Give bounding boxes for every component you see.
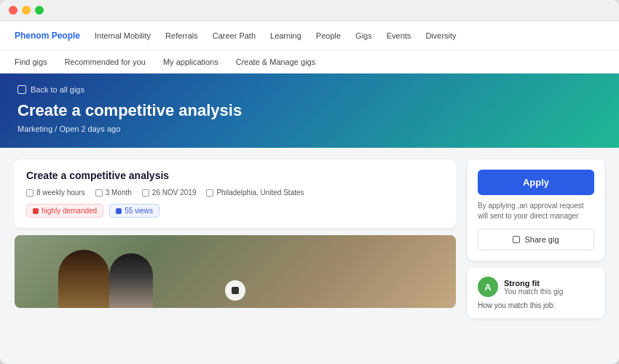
dot-red[interactable] (9, 6, 17, 15)
tag-views: 55 views (109, 204, 159, 218)
sub-nav-create-manage[interactable]: Create & Manage gigs (236, 58, 315, 66)
sub-nav-recommended[interactable]: Recommended for you (65, 58, 146, 66)
dot-green[interactable] (35, 6, 44, 15)
nav-item-career-path[interactable]: Career Path (213, 31, 256, 40)
left-panel: Create a competitive analysis 8 weekly h… (15, 159, 456, 352)
nav-brand[interactable]: Phenom People (15, 31, 80, 41)
stop-icon (232, 287, 239, 294)
fit-info: Strong fit You match this gig (504, 279, 594, 296)
checkbox-hours-icon (26, 189, 33, 197)
sub-nav: Find gigs Recommended for you My applica… (0, 50, 619, 74)
nav-item-events[interactable]: Events (387, 31, 411, 40)
gig-detail-hours: 8 weekly hours (26, 189, 85, 197)
fit-subtitle: You match this gig (504, 288, 594, 296)
sub-nav-find-gigs[interactable]: Find gigs (15, 58, 47, 66)
tag-highly-demanded: highly demanded (26, 204, 103, 218)
checkbox-location-icon (206, 189, 213, 197)
fit-header: A Strong fit You match this gig (478, 277, 594, 297)
checkbox-date-icon (142, 189, 149, 197)
figure-right (109, 253, 153, 308)
hero-meta: Marketing / Open 2 days ago (17, 124, 602, 133)
back-to-gigs-link[interactable]: Back to all gigs (17, 85, 602, 94)
share-gig-button[interactable]: Share gig (478, 229, 594, 250)
top-nav: Phenom People Internal Mobility Referral… (0, 21, 619, 50)
browser-chrome (0, 0, 619, 21)
views-dot-icon (116, 208, 122, 214)
apply-note: By applying ,an approval request will se… (478, 201, 594, 221)
gig-card-title: Create a competitive analysis (26, 170, 444, 181)
checkbox-duration-icon (95, 189, 103, 197)
fit-card: A Strong fit You match this gig How you … (468, 268, 604, 318)
hero-title: Create a competitive analysis (17, 101, 602, 120)
apply-button[interactable]: Apply (478, 170, 594, 195)
demanded-dot-icon (33, 208, 39, 214)
figure-left (58, 250, 109, 308)
gig-detail-date: 26 NOV 2019 (142, 189, 197, 197)
photo-card (15, 235, 456, 308)
gig-details: 8 weekly hours 3 Month 26 NOV 2019 (26, 189, 444, 197)
gig-detail-location: Philadelphia, United States (206, 189, 304, 197)
fit-match-label: How you match this job: (478, 301, 594, 309)
main-body: Create a competitive analysis 8 weekly h… (0, 148, 619, 364)
gig-info-card: Create a competitive analysis 8 weekly h… (15, 159, 456, 228)
nav-item-referrals[interactable]: Referrals (165, 31, 198, 40)
nav-item-internal-mobility[interactable]: Internal Mobility (95, 31, 151, 40)
play-button[interactable] (225, 280, 245, 301)
gig-detail-duration: 3 Month (95, 189, 132, 197)
back-icon (17, 85, 26, 94)
hero-banner: Back to all gigs Create a competitive an… (0, 74, 619, 148)
gig-tags: highly demanded 55 views (26, 204, 444, 218)
share-icon (513, 236, 520, 243)
fit-title: Strong fit (504, 279, 594, 288)
nav-item-people[interactable]: People (316, 31, 341, 40)
nav-item-gigs[interactable]: Gigs (355, 31, 372, 40)
nav-item-learning[interactable]: Learning (270, 31, 301, 40)
nav-item-diversity[interactable]: Diversity (425, 31, 456, 40)
avatar: A (478, 277, 498, 297)
sub-nav-my-applications[interactable]: My applications (163, 58, 218, 66)
browser-window: Phenom People Internal Mobility Referral… (0, 0, 619, 364)
apply-card: Apply By applying ,an approval request w… (468, 159, 604, 261)
right-panel: Apply By applying ,an approval request w… (468, 159, 604, 352)
dot-yellow[interactable] (22, 6, 31, 15)
browser-content: Phenom People Internal Mobility Referral… (0, 21, 619, 364)
